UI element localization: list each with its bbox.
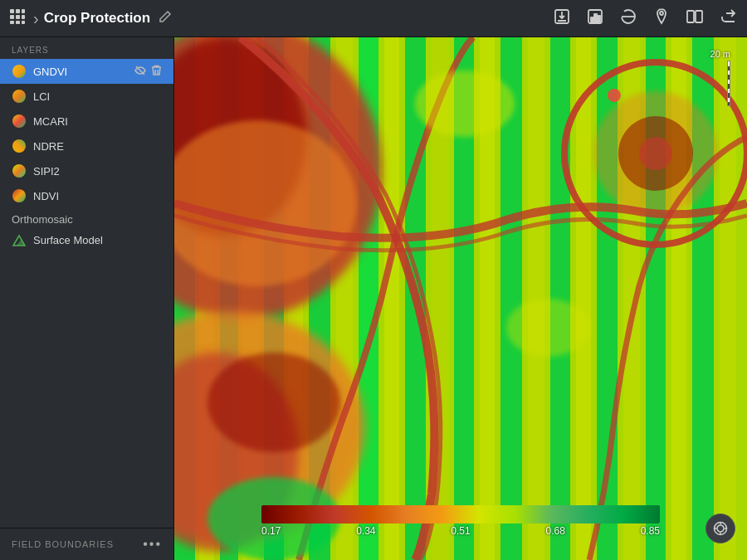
svg-rect-44 [528,37,544,560]
svg-point-64 [415,71,515,137]
layer-item-ndvi[interactable]: NDVI [0,183,173,208]
svg-rect-2 [22,9,25,13]
svg-point-59 [608,89,621,102]
field-boundaries-section: FIELD BOUNDARIES ••• [0,528,173,560]
svg-point-20 [12,90,26,103]
svg-rect-6 [10,21,14,24]
stats-icon[interactable] [586,7,604,29]
svg-point-23 [12,164,26,178]
layer-item-mcari[interactable]: MCARI [0,109,173,134]
main-layout: LAYERS GNDVI [0,37,747,560]
orthomosaic-group-label: Orthomosaic [0,208,173,227]
svg-point-22 [12,139,26,153]
layer-ndre-label: NDRE [33,140,64,153]
colorbar-val-0: 0.17 [261,525,281,537]
grid-icon[interactable] [10,9,25,28]
svg-point-63 [639,137,672,170]
layers-icon[interactable] [619,7,637,29]
map-visualization [174,37,747,560]
svg-rect-5 [22,15,25,19]
colorbar-gradient [261,505,660,523]
scale-label: 20 m [710,49,730,59]
layer-item-lci[interactable]: LCI [0,84,173,109]
hide-layer-icon[interactable] [134,65,146,79]
layer-item-ndre[interactable]: NDRE [0,134,173,158]
field-boundaries-label: FIELD BOUNDARIES [12,539,114,549]
colorbar-val-2: 0.51 [451,525,470,537]
edit-icon[interactable] [159,10,172,27]
colorbar-labels: 0.17 0.34 0.51 0.68 0.85 [261,523,660,538]
svg-rect-7 [16,21,20,24]
toolbar-icons [553,7,737,29]
layer-gndvi-label: GNDVI [33,66,67,78]
svg-point-65 [506,299,589,357]
map-area[interactable]: 20 m 0.17 0.34 0.51 0.68 0.85 [174,37,747,560]
colorbar-val-1: 0.34 [356,525,375,537]
recenter-button[interactable] [706,514,735,543]
scale-bar: 20 m [710,49,730,106]
svg-point-67 [717,525,724,532]
layer-mcari-label: MCARI [33,115,68,128]
page-title: Crop Protection [44,10,150,27]
layer-item-surface-model[interactable]: Surface Model [0,227,173,252]
layer-item-gndvi[interactable]: GNDVI [0,59,173,84]
breadcrumb-chevron: › [33,9,39,28]
pin-icon[interactable] [652,7,671,29]
delete-layer-icon[interactable] [151,65,162,79]
sidebar: LAYERS GNDVI [0,37,174,560]
svg-point-15 [660,12,663,15]
svg-rect-12 [594,14,597,22]
svg-rect-8 [22,21,25,24]
svg-rect-45 [550,37,570,560]
layer-lci-label: LCI [33,90,50,103]
svg-rect-52 [720,37,736,560]
export-icon[interactable] [719,7,737,29]
colorbar-val-4: 0.85 [641,525,660,537]
svg-rect-17 [696,11,702,22]
colorbar-val-3: 0.68 [545,525,564,537]
svg-rect-46 [576,37,591,560]
svg-point-58 [208,353,340,452]
svg-point-18 [12,65,26,78]
svg-rect-11 [591,17,593,22]
svg-rect-4 [16,15,20,19]
compare-icon[interactable] [686,7,704,29]
svg-rect-13 [598,16,600,22]
layer-item-sipi2[interactable]: SIPI2 [0,158,173,183]
field-boundaries-more-button[interactable]: ••• [143,537,162,552]
layer-sipi2-label: SIPI2 [33,165,60,178]
svg-rect-1 [16,9,20,13]
layers-label: LAYERS [0,37,173,59]
svg-rect-0 [10,9,14,13]
surface-model-label: Surface Model [33,234,103,246]
svg-rect-3 [10,15,14,19]
svg-point-24 [12,189,26,202]
svg-rect-38 [384,37,399,560]
topbar: › Crop Protection [0,0,747,37]
layer-ndvi-label: NDVI [33,190,59,202]
svg-point-21 [12,114,26,128]
svg-rect-16 [687,11,694,22]
layer-gndvi-actions [134,65,162,79]
download-icon[interactable] [553,7,571,29]
colorbar: 0.17 0.34 0.51 0.68 0.85 [261,505,660,538]
